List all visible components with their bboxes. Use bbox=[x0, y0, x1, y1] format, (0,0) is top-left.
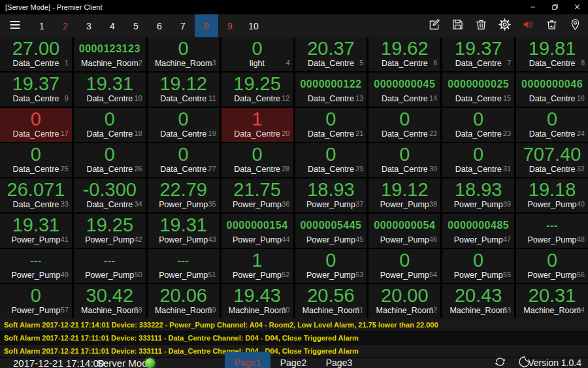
screen-tab-4[interactable]: 4 bbox=[101, 14, 124, 37]
hamburger-menu-button[interactable] bbox=[0, 14, 30, 37]
channel-meta: Power_Pump49 bbox=[0, 270, 72, 280]
channel-cell-50[interactable]: ---Power_Pump50 bbox=[74, 249, 146, 283]
channel-cell-18[interactable]: 0Data_Centre18 bbox=[74, 108, 146, 142]
channel-cell-43[interactable]: 19.31Power_Pump43 bbox=[148, 214, 220, 248]
channel-cell-20[interactable]: 1Data_Centre20 bbox=[221, 108, 293, 142]
screen-tab-6[interactable]: 6 bbox=[148, 14, 171, 37]
page-tab-page2[interactable]: Page2 bbox=[270, 352, 316, 368]
channel-cell-16[interactable]: 0000000046Data_Centre16 bbox=[516, 73, 588, 107]
channel-cell-58[interactable]: 30.42Machine_Room58 bbox=[74, 284, 146, 318]
channel-cell-26[interactable]: 0Data_Centre26 bbox=[74, 143, 146, 177]
close-button[interactable] bbox=[566, 0, 588, 14]
channel-cell-54[interactable]: 0Power_Pump54 bbox=[368, 249, 440, 283]
channel-label: Power_Pump bbox=[233, 200, 282, 209]
sound-on-button[interactable] bbox=[516, 14, 540, 37]
channel-cell-19[interactable]: 0Data_Centre19 bbox=[148, 108, 220, 142]
screen-tab-2[interactable]: 2 bbox=[54, 14, 77, 37]
screen-tab-3[interactable]: 3 bbox=[77, 14, 101, 37]
channel-cell-12[interactable]: 19.25Data_Centre12 bbox=[221, 73, 293, 107]
channel-cell-34[interactable]: -0.300Data_Centre34 bbox=[74, 178, 146, 212]
channel-cell-31[interactable]: 0Data_Centre31 bbox=[442, 143, 514, 177]
channel-cell-46[interactable]: 0000000054Power_Pump46 bbox=[368, 214, 440, 248]
channel-cell-10[interactable]: 19.31Data_Centre10 bbox=[74, 73, 146, 107]
channel-cell-7[interactable]: 19.37Data_Centre7 bbox=[442, 37, 514, 71]
channel-cell-3[interactable]: 0Machine_Room3 bbox=[148, 37, 220, 71]
screen-tab-9[interactable]: 9 bbox=[218, 14, 242, 37]
alarm-message[interactable]: Soft Alarm 2017-12-21 17:11:01 Device: 3… bbox=[0, 331, 588, 344]
channel-cell-5[interactable]: 20.37Data_Centre5 bbox=[295, 37, 367, 71]
channel-cell-55[interactable]: 0Power_Pump55 bbox=[442, 249, 514, 283]
channel-cell-37[interactable]: 18.93Power_Pump37 bbox=[295, 178, 367, 212]
channel-cell-61[interactable]: 20.56Machine_Room61 bbox=[295, 284, 367, 318]
location-button[interactable] bbox=[563, 14, 587, 37]
channel-cell-1[interactable]: 27.00Data_Centre1 bbox=[0, 37, 72, 71]
page-tab-page1[interactable]: Page1 bbox=[225, 352, 270, 368]
channel-cell-49[interactable]: ---Power_Pump49 bbox=[0, 249, 72, 283]
delete-button[interactable] bbox=[469, 14, 493, 37]
channel-cell-53[interactable]: 0Power_Pump53 bbox=[295, 249, 367, 283]
channel-cell-4[interactable]: 0light4 bbox=[221, 37, 293, 71]
channel-cell-32[interactable]: 707.40Data_Centre32 bbox=[516, 143, 588, 177]
snapshot-button[interactable] bbox=[540, 14, 563, 37]
channel-cell-28[interactable]: 0Data_Centre28 bbox=[221, 143, 293, 177]
channel-cell-47[interactable]: 0000000485Power_Pump47 bbox=[442, 214, 514, 248]
channel-index: 35 bbox=[208, 200, 216, 208]
channel-cell-56[interactable]: 0Power_Pump56 bbox=[516, 249, 588, 283]
channel-value: 19.31 bbox=[0, 214, 72, 235]
channel-meta: Power_Pump42 bbox=[74, 235, 146, 245]
sync-button[interactable] bbox=[490, 358, 510, 368]
channel-cell-59[interactable]: 20.06Machine_Room59 bbox=[148, 284, 220, 318]
channel-cell-2[interactable]: 0000123123Machine_Room2 bbox=[74, 37, 146, 71]
channel-cell-38[interactable]: 19.12Power_Pump38 bbox=[368, 178, 440, 212]
channel-cell-17[interactable]: 0Data_Centre17 bbox=[0, 108, 72, 142]
minimize-button[interactable] bbox=[521, 0, 544, 14]
channel-cell-44[interactable]: 0000000154Power_Pump44 bbox=[221, 214, 293, 248]
channel-cell-27[interactable]: 0Data_Centre27 bbox=[148, 143, 220, 177]
channel-cell-64[interactable]: 20.31Machine_Room64 bbox=[516, 284, 588, 318]
maximize-button[interactable] bbox=[544, 0, 566, 14]
channel-cell-52[interactable]: 1Power_Pump52 bbox=[221, 249, 293, 283]
alarm-message[interactable]: Soft Alarm 2017-12-21 17:14:01 Device: 3… bbox=[0, 318, 588, 331]
channel-cell-57[interactable]: 0Power_Pump57 bbox=[0, 284, 72, 318]
channel-cell-11[interactable]: 19.12Data_Centre11 bbox=[148, 73, 220, 107]
edit-button[interactable] bbox=[422, 14, 446, 37]
channel-cell-15[interactable]: 0000000025Data_Centre15 bbox=[442, 73, 514, 107]
screen-tab-7[interactable]: 7 bbox=[171, 14, 195, 37]
location-icon bbox=[568, 18, 582, 34]
channel-cell-6[interactable]: 19.62Data_Centre6 bbox=[368, 37, 440, 71]
screen-tab-1[interactable]: 1 bbox=[30, 14, 54, 37]
channel-meta: Power_Pump45 bbox=[295, 235, 367, 245]
channel-cell-23[interactable]: 0Data_Centre23 bbox=[442, 108, 514, 142]
channel-cell-40[interactable]: 19.18Power_Pump40 bbox=[516, 178, 588, 212]
channel-cell-36[interactable]: 21.75Power_Pump36 bbox=[221, 178, 293, 212]
channel-cell-42[interactable]: 19.25Power_Pump42 bbox=[74, 214, 146, 248]
channel-cell-63[interactable]: 20.43Machine_Room63 bbox=[442, 284, 514, 318]
channel-cell-21[interactable]: 0Data_Centre21 bbox=[295, 108, 367, 142]
channel-cell-51[interactable]: ---Power_Pump51 bbox=[148, 249, 220, 283]
channel-cell-35[interactable]: 22.79Power_Pump35 bbox=[148, 178, 220, 212]
screen-tab-8[interactable]: 8 bbox=[195, 14, 218, 37]
channel-cell-13[interactable]: 0000000122Data_Centre13 bbox=[295, 73, 367, 107]
channel-cell-25[interactable]: 0Data_Centre25 bbox=[0, 143, 72, 177]
channel-label: Data_Centre bbox=[234, 129, 280, 139]
channel-cell-62[interactable]: 20.00Machine_Room62 bbox=[368, 284, 440, 318]
channel-cell-45[interactable]: 0000005445Power_Pump45 bbox=[295, 214, 367, 248]
channel-cell-9[interactable]: 19.37Data_Centre9 bbox=[0, 73, 72, 107]
channel-cell-33[interactable]: 26.071Data_Centre33 bbox=[0, 178, 72, 212]
channel-cell-48[interactable]: ---Power_Pump48 bbox=[516, 214, 588, 248]
channel-cell-39[interactable]: 18.93Power_Pump39 bbox=[442, 178, 514, 212]
channel-cell-60[interactable]: 19.43Machine_Room60 bbox=[221, 284, 293, 318]
channel-cell-29[interactable]: 0Data_Centre29 bbox=[295, 143, 367, 177]
channel-cell-8[interactable]: 19.81Data_Centre8 bbox=[516, 37, 588, 71]
channel-cell-30[interactable]: 0Data_Centre30 bbox=[368, 143, 440, 177]
screen-tab-10[interactable]: 10 bbox=[242, 14, 265, 37]
channel-cell-14[interactable]: 0000000045Data_Centre14 bbox=[368, 73, 440, 107]
channel-cell-22[interactable]: 0Data_Centre22 bbox=[368, 108, 440, 142]
channel-cell-41[interactable]: 19.31Power_Pump41 bbox=[0, 214, 72, 248]
channel-cell-24[interactable]: 0Data_Centre24 bbox=[516, 108, 588, 142]
page-tab-page3[interactable]: Page3 bbox=[316, 352, 362, 368]
save-button[interactable] bbox=[446, 14, 469, 37]
screen-tab-5[interactable]: 5 bbox=[124, 14, 148, 37]
settings-button[interactable] bbox=[493, 14, 516, 37]
channel-index: 33 bbox=[61, 200, 69, 208]
